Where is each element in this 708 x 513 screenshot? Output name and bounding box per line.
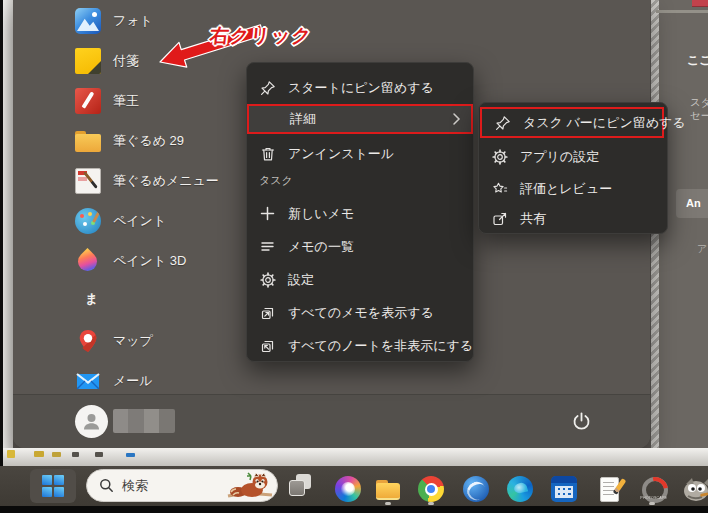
paint3d-icon — [75, 248, 101, 274]
desktop-icon-fragment — [52, 452, 61, 457]
hide-notes-icon — [259, 337, 276, 354]
paint-icon — [75, 208, 101, 234]
context-menu: スタートにピン留めする 詳細 アンインストール タスク 新しいメモ — [246, 62, 474, 362]
app-item-mail[interactable]: メール — [75, 364, 153, 398]
power-icon — [571, 411, 592, 432]
fudegurume-menu-icon — [75, 168, 101, 194]
alphabet-section-ma[interactable]: ま — [85, 290, 98, 312]
desktop-strip — [0, 448, 708, 466]
menu-item-more[interactable]: 詳細 — [247, 104, 473, 134]
windows-desktop: ここ スタ セー An ア フォト 付箋 筆王 筆ぐるめ 29 筆ぐるめメニュー — [0, 0, 708, 513]
user-avatar[interactable] — [75, 405, 108, 438]
submenu-item-share[interactable]: 共有 — [479, 204, 667, 234]
folder-icon — [75, 128, 101, 154]
annotation-label: 右クリック — [209, 23, 314, 49]
user-name-redacted — [113, 409, 175, 433]
running-indicator — [649, 502, 655, 505]
chrome-icon[interactable] — [418, 476, 444, 502]
star-review-icon — [491, 181, 508, 198]
gear-icon — [259, 271, 276, 288]
copilot-icon[interactable] — [335, 476, 361, 502]
red-panda-image — [226, 472, 274, 501]
desktop-icon-fragment — [126, 453, 135, 457]
menu-item-note-list[interactable]: メモの一覧 — [247, 230, 473, 263]
submenu-item-pin-to-taskbar[interactable]: タスク バーにピン留めする — [480, 107, 664, 138]
app-label: ペイント — [113, 212, 166, 230]
fudeoh-icon — [75, 88, 101, 114]
app-label: マップ — [113, 332, 153, 350]
menu-item-settings[interactable]: 設定 — [247, 263, 473, 296]
start-menu-user-band — [13, 394, 650, 448]
desktop-edge — [3, 0, 13, 448]
desktop-icon-fragment — [95, 452, 103, 457]
menu-item-hide-all-notes[interactable]: すべてのノートを非表示にする — [247, 329, 473, 362]
file-explorer-icon[interactable] — [375, 476, 401, 502]
app-label: フォト — [113, 12, 153, 30]
background-window-button[interactable]: An — [676, 189, 708, 218]
show-notes-icon — [259, 304, 276, 321]
desktop-icon-fragment — [72, 452, 79, 457]
menu-section-tasks: タスク — [259, 173, 293, 188]
sticky-notes-icon — [75, 48, 101, 74]
calculator-icon[interactable] — [551, 476, 577, 502]
pin-icon — [259, 79, 276, 96]
app-item-paint3d[interactable]: ペイント 3D — [75, 244, 186, 278]
maps-icon — [75, 328, 101, 354]
list-icon — [259, 238, 276, 255]
screen-edge — [0, 0, 3, 466]
start-button[interactable] — [30, 469, 76, 503]
gimp-icon[interactable] — [682, 476, 708, 502]
app-label: ペイント 3D — [113, 252, 186, 270]
menu-item-new-note[interactable]: 新しいメモ — [247, 197, 473, 230]
app-label: メール — [113, 372, 153, 390]
app-label: 付箋 — [113, 52, 139, 70]
taskbar: 検索 PHOTOSC — [0, 466, 708, 506]
background-window-heading: ここ — [687, 52, 708, 69]
plus-icon — [259, 205, 276, 222]
notepad-icon[interactable] — [597, 476, 623, 502]
chevron-right-icon — [452, 112, 461, 126]
app-label: 筆ぐるめ 29 — [113, 132, 184, 150]
menu-item-pin-to-start[interactable]: スタートにピン留めする — [247, 71, 473, 104]
mail-icon — [75, 368, 101, 394]
app-item-fudeoh[interactable]: 筆王 — [75, 84, 139, 118]
search-placeholder: 検索 — [122, 477, 148, 495]
app-item-maps[interactable]: マップ — [75, 324, 153, 358]
desktop-icon-fragment — [34, 451, 44, 457]
app-item-sticky-notes[interactable]: 付箋 — [75, 44, 139, 78]
background-window-text-line2: セー — [690, 109, 708, 123]
person-icon — [81, 411, 102, 432]
share-icon — [491, 211, 508, 228]
windows-logo-icon — [42, 475, 64, 497]
photos-icon — [75, 8, 101, 34]
submenu-item-app-settings[interactable]: アプリの設定 — [479, 141, 667, 173]
app-label: 筆王 — [113, 92, 139, 110]
power-button[interactable] — [566, 406, 596, 436]
gear-icon — [491, 149, 508, 166]
search-input[interactable]: 検索 — [86, 469, 278, 502]
screen-edge — [0, 506, 708, 513]
context-submenu: タスク バーにピン留めする アプリの設定 評価とレビュー — [478, 102, 668, 234]
running-indicator — [385, 502, 391, 505]
photoscape-icon[interactable]: PHOTOSCAPE — [639, 476, 665, 502]
background-window-divider — [656, 10, 708, 13]
background-window-text-line1: スタ — [690, 96, 708, 110]
edge-icon[interactable] — [507, 476, 533, 502]
app-item-paint[interactable]: ペイント — [75, 204, 166, 238]
background-window-text-fragment: ア — [697, 242, 707, 256]
app-item-fudegurume29[interactable]: 筆ぐるめ 29 — [75, 124, 184, 158]
menu-item-uninstall[interactable]: アンインストール — [247, 137, 473, 170]
thunderbird-icon[interactable] — [463, 476, 489, 502]
background-window-red-image — [692, 0, 708, 7]
pin-icon — [494, 114, 511, 131]
task-view-button[interactable] — [288, 473, 314, 499]
desktop-icon-fragment — [7, 450, 15, 458]
submenu-item-rate-review[interactable]: 評価とレビュー — [479, 173, 667, 205]
trash-icon — [259, 145, 276, 162]
search-icon — [99, 478, 114, 493]
app-item-photos[interactable]: フォト — [75, 4, 153, 38]
app-label: 筆ぐるめメニュー — [113, 172, 219, 190]
running-indicator — [428, 502, 434, 505]
app-item-fudegurume-menu[interactable]: 筆ぐるめメニュー — [75, 164, 219, 198]
menu-item-show-all-notes[interactable]: すべてのメモを表示する — [247, 296, 473, 329]
